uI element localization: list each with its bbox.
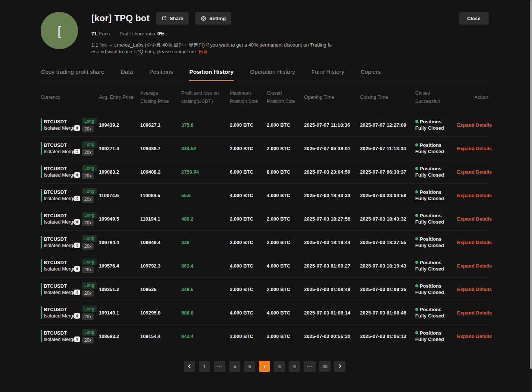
avg-entry-price: 110074.6	[99, 193, 140, 198]
next-page-button[interactable]	[334, 361, 345, 372]
status-dot-icon	[415, 237, 418, 240]
share-button[interactable]: Share	[156, 12, 189, 25]
long-indicator-bar	[41, 306, 42, 319]
avg-closing-price: 109526	[140, 287, 181, 292]
pagination-ellipsis[interactable]: •••	[304, 361, 315, 372]
tab-operation-history[interactable]: Operation History	[250, 65, 295, 81]
margin-mode-selector-icon[interactable]	[74, 336, 80, 342]
edit-link[interactable]: Edit	[199, 49, 207, 54]
setting-button[interactable]: Setting	[195, 12, 231, 25]
closing-time: 2025-07-07 11:18:34	[360, 146, 415, 151]
scrollbar-thumb[interactable]	[530, 0, 532, 369]
expand-details-link[interactable]: Expand Details	[457, 146, 492, 151]
margin-mode-selector-icon[interactable]	[74, 149, 80, 154]
page-button-6[interactable]: 6	[244, 361, 255, 372]
expand-details-link[interactable]: Expand Details	[457, 287, 492, 292]
tab-position-history[interactable]: Position History	[189, 65, 234, 81]
closing-pnl: 489.2	[181, 216, 230, 222]
avg-entry-price: 108683.2	[99, 333, 140, 339]
opening-time: 2025-07-03 01:06:14	[304, 310, 360, 316]
avg-entry-price: 109063.2	[99, 169, 140, 175]
margin-mode-selector-icon[interactable]	[74, 196, 80, 201]
tab-copy-trading-profit-share[interactable]: Copy trading profit share	[41, 65, 105, 81]
bot-description: 1:1 link → t.me/ez_Labs (수수료 40% 할인 + 봇문…	[91, 42, 332, 55]
close-button-label: Close	[467, 16, 480, 21]
side-badge: Long	[82, 118, 97, 124]
leverage-badge: 20x	[82, 149, 94, 156]
avg-entry-price: 109351.2	[99, 287, 140, 292]
status-dot-icon	[415, 214, 418, 217]
status-dot-icon	[415, 190, 418, 193]
page-button-7[interactable]: 7	[259, 361, 270, 372]
tab-copiers[interactable]: Copiers	[360, 65, 381, 81]
table-body: BTCUSDT Isolated Merge Long 20x 109439.2…	[41, 113, 489, 348]
column-header-avg-entry-price: Avg. Entry Price	[99, 93, 140, 101]
expand-details-link[interactable]: Expand Details	[457, 216, 492, 222]
bot-profile-header: [ [kor] TPQ bot Share	[41, 12, 489, 55]
scrollbar-track[interactable]	[530, 0, 532, 392]
closed-position-size: 2.000 BTC	[267, 146, 304, 151]
page-button-8[interactable]: 8	[274, 361, 285, 372]
avg-entry-price: 109149.1	[99, 310, 140, 316]
avg-entry-price: 109439.2	[99, 122, 140, 128]
closing-pnl: 375.8	[181, 122, 230, 128]
expand-details-link[interactable]: Expand Details	[457, 122, 492, 128]
avg-closing-price: 110088.5	[140, 193, 181, 198]
margin-mode-selector-icon[interactable]	[74, 313, 80, 319]
page-button-1[interactable]: 1	[199, 361, 210, 372]
status-cell: Positions Fully Closed	[415, 283, 457, 295]
long-indicator-bar	[41, 118, 42, 131]
margin-mode-selector-icon[interactable]	[74, 290, 80, 295]
leverage-badge: 20x	[82, 290, 94, 297]
fans-label: Fans	[99, 31, 110, 37]
column-header-action: Action	[457, 93, 489, 101]
closing-pnl: 586.8	[181, 310, 230, 316]
max-position-size: 2.000 BTC	[230, 146, 267, 151]
page-button-40[interactable]: 40	[319, 361, 331, 372]
symbol: BTCUSDT	[44, 330, 82, 336]
symbol: BTCUSDT	[44, 142, 82, 148]
leverage-badge: 20x	[82, 126, 94, 132]
tab-positions[interactable]: Positions	[149, 65, 173, 81]
margin-mode-selector-icon[interactable]	[74, 243, 80, 248]
long-indicator-bar	[41, 259, 42, 272]
closed-position-size: 4.000 BTC	[267, 263, 304, 269]
margin-mode-selector-icon[interactable]	[74, 172, 80, 178]
expand-details-link[interactable]: Expand Details	[457, 169, 492, 175]
max-position-size: 2.000 BTC	[230, 216, 267, 222]
status-text: Positions Fully Closed	[415, 330, 444, 342]
closed-position-size: 2.000 BTC	[267, 122, 304, 128]
margin-mode: Isolated Merge	[44, 172, 76, 178]
opening-time: 2025-07-03 18:43:33	[304, 193, 360, 198]
currency-cell: BTCUSDT Isolated Merge Long 20x	[41, 329, 99, 344]
pagination-ellipsis[interactable]: •••	[214, 361, 225, 372]
closed-position-size: 8.000 BTC	[267, 169, 304, 175]
column-header-opening-time: Opening Time	[304, 93, 360, 101]
status-cell: Positions Fully Closed	[415, 259, 457, 272]
expand-details-link[interactable]: Expand Details	[457, 310, 492, 316]
currency-cell: BTCUSDT Isolated Merge Long 20x	[41, 188, 99, 203]
max-position-size: 4.000 BTC	[230, 263, 267, 269]
expand-details-link[interactable]: Expand Details	[457, 193, 492, 198]
prev-page-button[interactable]	[184, 361, 195, 372]
closing-pnl: 349.6	[181, 287, 230, 292]
close-button[interactable]: Close	[459, 12, 489, 25]
column-header-profit-and-loss-on-closing-usdt: Profit and loss on closing(USDT)	[181, 89, 230, 105]
expand-details-link[interactable]: Expand Details	[457, 333, 492, 339]
status-text: Positions Fully Closed	[415, 189, 444, 201]
page-title: [kor] TPQ bot	[91, 13, 150, 23]
closing-time: 2025-07-03 18:19:43	[360, 263, 415, 269]
margin-mode-selector-icon[interactable]	[74, 219, 80, 225]
expand-details-link[interactable]: Expand Details	[457, 263, 492, 269]
tab-data[interactable]: Data	[121, 65, 134, 81]
margin-mode-selector-icon[interactable]	[74, 266, 80, 272]
avg-entry-price: 109576.4	[99, 263, 140, 269]
expand-details-link[interactable]: Expand Details	[457, 240, 492, 245]
page-button-5[interactable]: 5	[229, 361, 240, 372]
tab-fund-history[interactable]: Fund History	[311, 65, 345, 81]
avg-closing-price: 109627.1	[140, 122, 181, 128]
page-button-9[interactable]: 9	[289, 361, 300, 372]
closing-time: 2025-07-03 23:04:58	[360, 193, 415, 198]
setting-button-label: Setting	[209, 16, 226, 21]
margin-mode-selector-icon[interactable]	[74, 125, 80, 131]
